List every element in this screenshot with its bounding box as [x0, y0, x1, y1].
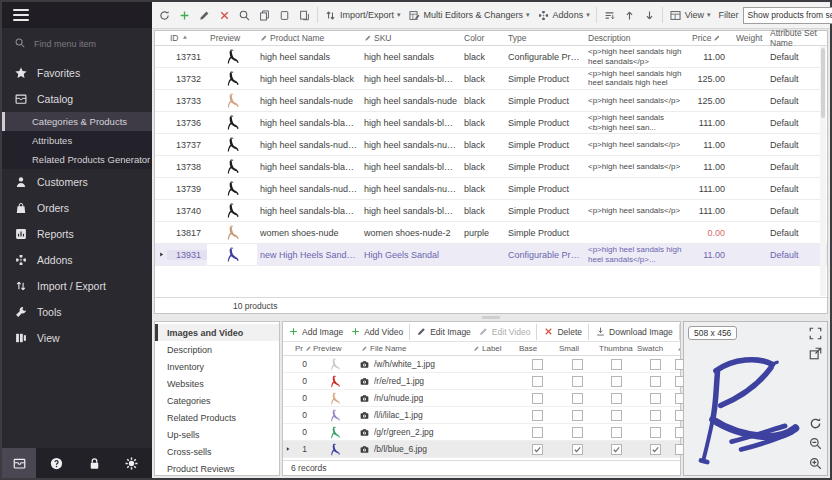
sidebar-item-view[interactable]: View — [2, 325, 152, 351]
column-header-attribute-set-name[interactable]: Attribute Set Name — [767, 28, 827, 48]
download-image-button[interactable]: Download Image — [592, 325, 676, 338]
tab-product-reviews[interactable]: Product Reviews — [155, 460, 279, 477]
refresh-button[interactable] — [155, 7, 174, 24]
column-header-description[interactable]: Description — [585, 33, 689, 43]
sidebar-item-import-export[interactable]: Import / Export — [2, 273, 152, 299]
base-checkbox[interactable] — [532, 427, 543, 438]
add-image-button[interactable]: Add Image — [285, 325, 346, 338]
thumbnail-checkbox[interactable] — [611, 393, 622, 404]
tab-categories[interactable]: Categories — [155, 392, 279, 409]
copy-button[interactable] — [255, 7, 274, 24]
column-header-preview[interactable]: Preview — [207, 33, 257, 43]
tab-images-and-video[interactable]: Images and Video — [155, 324, 279, 341]
sidebar-item-tools[interactable]: Tools — [2, 299, 152, 325]
hamburger-menu-icon[interactable] — [13, 9, 29, 21]
swatch-checkbox[interactable] — [650, 444, 661, 455]
import-export-menu-button[interactable]: Import/Export▾ — [321, 7, 404, 24]
search-button[interactable] — [235, 7, 254, 24]
sidebar-item-customers[interactable]: Customers — [2, 169, 152, 195]
base-checkbox[interactable] — [532, 444, 543, 455]
edit-image-button[interactable]: Edit Image — [413, 325, 474, 338]
sidebar-footer-archive[interactable] — [2, 448, 36, 478]
image-row[interactable]: 0/w/h/white_1.jpg — [283, 356, 680, 373]
sidebar-item-orders[interactable]: Orders — [2, 195, 152, 221]
edit-button[interactable] — [195, 7, 214, 24]
paste-button[interactable] — [275, 7, 294, 24]
column-header-id[interactable]: ID — [167, 33, 207, 43]
zoom-out-button[interactable] — [808, 436, 823, 451]
column-header-exclude[interactable]: Exclude — [675, 344, 680, 353]
rotate-button[interactable] — [808, 416, 823, 431]
column-header-pr[interactable]: Pr — [293, 344, 311, 353]
base-checkbox[interactable] — [532, 359, 543, 370]
small-checkbox[interactable] — [572, 376, 583, 387]
image-row[interactable]: 0/r/e/red_1.jpg — [283, 373, 680, 390]
table-row[interactable]: 13739high heel sandals-nude-37high heel … — [155, 178, 827, 200]
sidebar-item-favorites[interactable]: Favorites — [2, 60, 152, 86]
view-menu-button[interactable]: View▾ — [666, 7, 714, 24]
image-row[interactable]: 1/b/l/blue_6.jpg — [283, 441, 680, 458]
thumbnail-checkbox[interactable] — [611, 359, 622, 370]
base-checkbox[interactable] — [532, 410, 543, 421]
tab-inventory[interactable]: Inventory — [155, 358, 279, 375]
table-row[interactable]: 13737high heel sandals-nude-36high heel … — [155, 134, 827, 156]
table-row[interactable]: 13738high heel sandals-black-37high heel… — [155, 156, 827, 178]
swatch-checkbox[interactable] — [650, 359, 661, 370]
copy-settings-button[interactable] — [295, 7, 314, 24]
column-header-preview[interactable]: Preview — [311, 344, 359, 353]
column-header-file-name[interactable]: File Name — [359, 344, 471, 353]
thumbnail-checkbox[interactable] — [611, 376, 622, 387]
table-row[interactable]: 13740high heel sandals-black-38high heel… — [155, 200, 827, 222]
add-button[interactable] — [175, 7, 194, 24]
image-row[interactable]: 0/l/i/lilac_1.jpg — [283, 407, 680, 424]
column-header-type[interactable]: Type — [505, 33, 585, 43]
tab-websites[interactable]: Websites — [155, 375, 279, 392]
delete-button[interactable] — [215, 7, 234, 24]
table-row[interactable]: 13736high heel sandals-black-36high heel… — [155, 112, 827, 134]
small-checkbox[interactable] — [572, 427, 583, 438]
expand-button[interactable] — [808, 326, 823, 341]
zoom-in-button[interactable] — [808, 456, 823, 471]
swatch-checkbox[interactable] — [650, 393, 661, 404]
thumbnail-checkbox[interactable] — [611, 427, 622, 438]
horizontal-splitter[interactable] — [152, 314, 830, 321]
base-checkbox[interactable] — [532, 376, 543, 387]
table-row[interactable]: 13931new High Heels SandalsHigh Geels Sa… — [155, 244, 827, 266]
swatch-checkbox[interactable] — [650, 410, 661, 421]
sidebar-footer-gear[interactable] — [115, 448, 149, 478]
swatch-checkbox[interactable] — [650, 376, 661, 387]
column-header-base[interactable]: Base — [517, 344, 557, 353]
sidebar-footer-lock[interactable] — [77, 448, 111, 478]
thumbnail-checkbox[interactable] — [611, 410, 622, 421]
small-checkbox[interactable] — [572, 393, 583, 404]
tab-related-products[interactable]: Related Products — [155, 409, 279, 426]
vertical-scrollbar[interactable] — [820, 46, 826, 296]
menu-search-input[interactable] — [34, 39, 134, 49]
table-row[interactable]: 13731high heel sandalshigh heel sandalsb… — [155, 46, 827, 68]
sort-lines-button[interactable] — [600, 7, 619, 24]
image-row[interactable]: 0/n/u/nude.jpg — [283, 390, 680, 407]
column-header-label[interactable]: Label — [471, 344, 517, 353]
column-header-sku[interactable]: SKU — [361, 33, 461, 43]
table-row[interactable]: 13732high heel sandals-blackhigh heel sa… — [155, 68, 827, 90]
swatch-checkbox[interactable] — [650, 427, 661, 438]
multi-editors-changers-menu-button[interactable]: Multi Editors & Changers▾ — [405, 7, 533, 24]
move-down-button[interactable] — [640, 7, 659, 24]
sidebar-subitem-related-products-generator[interactable]: Related Products Generator — [2, 150, 152, 169]
base-checkbox[interactable] — [532, 393, 543, 404]
category-filter-select[interactable]: Show products from selected categories▾ — [743, 7, 832, 24]
tab-up-sells[interactable]: Up-sells — [155, 426, 279, 443]
delete-button[interactable]: Delete — [540, 325, 585, 338]
table-row[interactable]: 13817women shoes-nudewomen shoes-nude-2p… — [155, 222, 827, 244]
sidebar-item-catalog[interactable]: Catalog — [2, 86, 152, 112]
sidebar-item-addons[interactable]: Addons — [2, 247, 152, 273]
addons-menu-button[interactable]: Addons▾ — [534, 7, 593, 24]
column-header-swatch[interactable]: Swatch — [635, 344, 675, 353]
column-header-product-name[interactable]: Product Name — [257, 33, 361, 43]
image-row[interactable]: 0/g/r/green_2.jpg — [283, 424, 680, 441]
column-header-color[interactable]: Color — [461, 33, 505, 43]
thumbnail-checkbox[interactable] — [611, 444, 622, 455]
move-up-button[interactable] — [620, 7, 639, 24]
column-header-thumbna[interactable]: Thumbna — [597, 344, 635, 353]
tab-cross-sells[interactable]: Cross-sells — [155, 443, 279, 460]
